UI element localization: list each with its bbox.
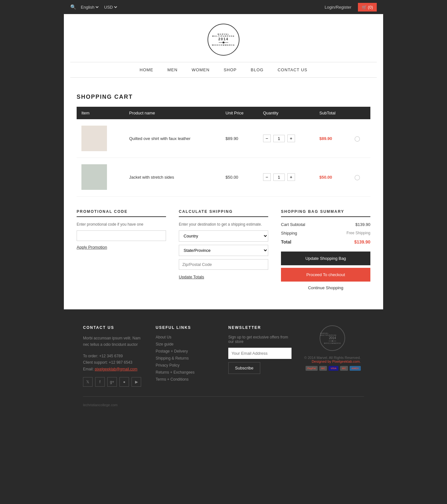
amex-icon: AMEX: [350, 366, 361, 371]
item-price-2: $50.00: [221, 158, 258, 197]
top-bar-left: 🔍 English French USD EUR: [70, 4, 118, 10]
checkout-button[interactable]: Proceed To checkout: [281, 268, 370, 282]
remove-item-1-button[interactable]: ◯: [354, 136, 360, 142]
main-nav: HOME MEN WOMEN SHOP BLOG CONTACT US: [70, 62, 377, 78]
col-unit-price: Unit Price: [221, 107, 258, 119]
facebook-icon[interactable]: f: [95, 377, 105, 387]
copyright-line1: © 2014 Marvel. All Rights Reserved.: [304, 356, 361, 360]
footer-to-order: To order: +12 345 6789: [83, 353, 146, 359]
footer-link-size[interactable]: Size guide: [156, 342, 219, 346]
nav-contact[interactable]: CONTACT US: [270, 62, 314, 77]
promo-desc: Enter promotional code if you have one: [77, 222, 166, 227]
youtube-icon[interactable]: ▶: [132, 377, 141, 387]
newsletter-email-input[interactable]: [228, 348, 292, 359]
shipping-desc: Enter your destination to get a shipping…: [179, 222, 268, 227]
table-row: Jacket with stretch sides $50.00 − + $50…: [77, 158, 370, 197]
footer-logo: MARVEL MULTIPURPOSE 2014 WOOCOMMERCE: [320, 325, 345, 351]
cart-button[interactable]: 🛒 (0): [358, 3, 377, 12]
nav-women[interactable]: WOMEN: [185, 62, 216, 77]
footer-logo-area: MARVEL MULTIPURPOSE 2014 WOOCOMMERCE © 2…: [301, 325, 364, 387]
footer-link-postage[interactable]: Postage + Delivery: [156, 349, 219, 353]
nav-blog[interactable]: BLOG: [244, 62, 270, 77]
footer-link-returns[interactable]: Returns + Exchangees: [156, 370, 219, 375]
subtotal-label: Cart Subtotal: [281, 222, 305, 227]
shipping-title: CALCULATE SHIPPING: [179, 209, 268, 217]
qty-plus-2[interactable]: +: [287, 173, 295, 181]
qty-input-1[interactable]: [273, 135, 285, 142]
currency-select[interactable]: USD EUR: [103, 4, 118, 10]
twitter-icon[interactable]: 𝕏: [83, 377, 93, 387]
footer-email-link[interactable]: pixelgeeklab@gmail.com: [95, 367, 138, 371]
footer-email-row: Email: pixelgeeklab@gmail.com: [83, 366, 146, 372]
col-product-name: Product name: [124, 107, 221, 119]
apply-promo-button[interactable]: Apply Promotion: [77, 245, 107, 250]
update-totals-button[interactable]: Update Totals: [179, 275, 204, 279]
footer-client-support: Client support: +12 987 6543: [83, 359, 146, 366]
col-item: Item: [77, 107, 124, 119]
nav-home[interactable]: HOME: [133, 62, 160, 77]
update-bag-button[interactable]: Update Shopping Bag: [281, 252, 370, 265]
mc2-icon: MC: [340, 366, 348, 371]
newsletter-desc: Sign up to get exclusive offers from our…: [228, 335, 292, 344]
login-register-link[interactable]: Login/Register: [325, 5, 352, 10]
col-quantity: Quantity: [258, 107, 315, 119]
language-select[interactable]: English French: [80, 4, 100, 10]
logo-icon: [219, 41, 228, 44]
svg-point-1: [223, 42, 224, 43]
country-select[interactable]: Country: [179, 230, 268, 242]
qty-input-2[interactable]: [273, 174, 285, 181]
state-select[interactable]: State/Province: [179, 245, 268, 256]
footer-newsletter: NEWSLETTER Sign up to get exclusive offe…: [228, 325, 292, 387]
summary-title: SHOPPING BAG SUMMARY: [281, 209, 370, 217]
payment-icons: PayPal MC VISA MC AMEX: [304, 366, 361, 371]
nav-shop[interactable]: SHOP: [216, 62, 244, 77]
svg-point-3: [332, 340, 333, 342]
cart-bottom: PROMOTIONAL CODE Enter promotional code …: [77, 209, 370, 290]
logo-year: 2014: [218, 37, 229, 41]
cart-table: Item Product name Unit Price Quantity Su…: [77, 107, 370, 197]
instagram-icon[interactable]: ●: [119, 377, 129, 387]
footer-grid: CONTACT US Morbi accumsan ipsum velit. N…: [83, 325, 364, 387]
subscribe-button[interactable]: Subscribe: [228, 362, 260, 374]
googleplus-icon[interactable]: g+: [107, 377, 117, 387]
item-image-2: [77, 158, 124, 197]
logo-top-text: MARVEL MULTIPURPOSE: [208, 33, 239, 37]
item-name-2: Jacket with stretch sides: [124, 158, 221, 197]
shipping-row-label: Shipping: [281, 231, 297, 236]
shipping-row-value: Free Shipping: [346, 231, 370, 236]
footer-contact-title: CONTACT US: [83, 325, 146, 330]
continue-shopping-link[interactable]: Continue Shopping: [281, 285, 370, 290]
footer-copyright: © 2014 Marvel. All Rights Reserved. Desi…: [304, 356, 361, 371]
col-remove: [350, 107, 370, 119]
qty-minus-1[interactable]: −: [263, 135, 271, 142]
footer-link-privacy[interactable]: Privacy Policy: [156, 363, 219, 368]
mc-icon: MC: [319, 366, 327, 371]
footer-link-shipping[interactable]: Shipping & Returns: [156, 356, 219, 361]
paypal-icon: PayPal: [306, 366, 318, 371]
item-qty-1: − +: [258, 119, 315, 158]
footer-link-terms[interactable]: Terms + Conditions: [156, 377, 219, 382]
qty-plus-1[interactable]: +: [287, 135, 295, 142]
page-title: SHOPPING CART: [77, 94, 370, 100]
search-icon-btn[interactable]: 🔍: [70, 4, 76, 10]
zip-input[interactable]: [179, 259, 268, 270]
shipping-section: CALCULATE SHIPPING Enter your destinatio…: [179, 209, 268, 290]
nav-men[interactable]: MEN: [160, 62, 185, 77]
footer-contact: CONTACT US Morbi accumsan ipsum velit. N…: [83, 325, 146, 387]
footer-logo-icon: [329, 340, 336, 342]
footer-link-about[interactable]: About Us: [156, 335, 219, 339]
shipping-row: Shipping Free Shipping: [281, 231, 370, 236]
main-content: SHOPPING CART Item Product name Unit Pri…: [64, 84, 383, 309]
footer-useful-links: USEFUL LINKS About Us Size guide Postage…: [156, 325, 219, 387]
footer-links-title: USEFUL LINKS: [156, 325, 219, 330]
table-row: Quilted ove shirt with faux leather $89.…: [77, 119, 370, 158]
item-subtotal-1: $89.90: [314, 119, 349, 158]
qty-minus-2[interactable]: −: [263, 173, 271, 181]
item-qty-2: − +: [258, 158, 315, 197]
top-bar-right: Login/Register 🛒 (0): [325, 3, 377, 12]
total-value: $139.90: [354, 239, 370, 244]
copyright-brand: Pixelgeeklab.com.: [332, 360, 360, 363]
remove-item-2-button[interactable]: ◯: [354, 174, 360, 180]
promo-input[interactable]: [77, 230, 166, 241]
top-bar: 🔍 English French USD EUR Login/Register …: [64, 0, 383, 14]
